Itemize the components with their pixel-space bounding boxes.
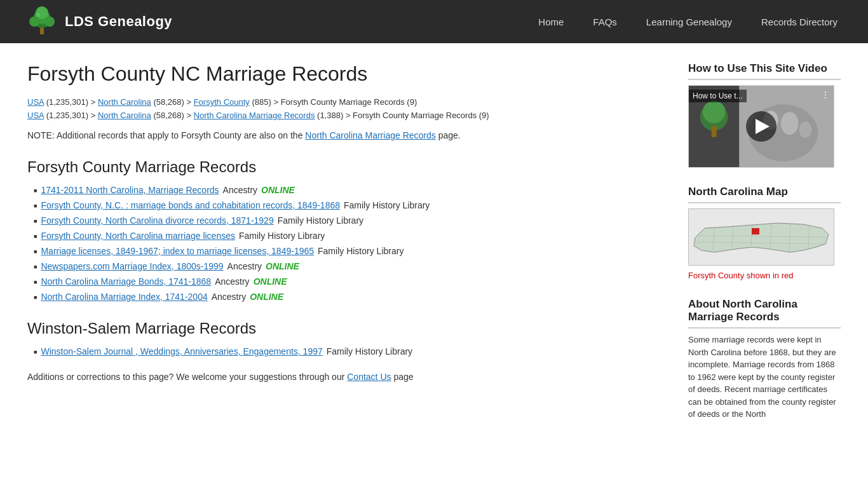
list-item: North Carolina Marriage Index, 1741-2004… <box>34 292 663 302</box>
list-item: Marriage licenses, 1849-1967; index to m… <box>34 246 663 256</box>
record-link[interactable]: Winston-Salem Journal , Weddings, Annive… <box>41 346 322 356</box>
breadcrumb-forsyth-count-1: (885) <box>252 97 271 107</box>
video-section: How to Use This Site Video <box>688 62 841 168</box>
about-text: Some marriage records were kept in North… <box>688 334 841 421</box>
record-provider: Ancestry <box>223 185 257 195</box>
map-caption-red: red <box>782 271 794 280</box>
record-provider: Family History Library <box>239 231 325 241</box>
record-provider: Family History Library <box>344 200 430 210</box>
record-provider: Family History Library <box>327 346 412 356</box>
online-badge: ONLINE <box>250 292 283 302</box>
main-layout: Forsyth County NC Marriage Records USA (… <box>15 43 853 458</box>
record-provider: Family History Library <box>318 246 403 256</box>
breadcrumb-usa-2[interactable]: USA <box>27 111 44 120</box>
breadcrumb-nc-count-1: (58,268) <box>153 97 184 107</box>
sidebar: How to Use This Site Video <box>688 62 841 438</box>
nav-home[interactable]: Home <box>533 14 569 30</box>
breadcrumb-end-2: > Forsyth County Marriage Records (9) <box>346 111 489 120</box>
breadcrumb-nc-count-2: (58,268) <box>153 111 184 120</box>
breadcrumb-nc-2[interactable]: North Carolina <box>98 111 151 120</box>
svg-point-11 <box>703 100 726 123</box>
record-link[interactable]: 1741-2011 North Carolina, Marriage Recor… <box>41 185 219 195</box>
records-list-1: 1741-2011 North Carolina, Marriage Recor… <box>27 185 663 302</box>
svg-point-5 <box>44 17 55 27</box>
page-title: Forsyth County NC Marriage Records <box>27 62 663 86</box>
list-item: Forsyth County, N.C. : marriage bonds an… <box>34 200 663 210</box>
contact-us-link[interactable]: Contact Us <box>347 372 391 382</box>
logo-area[interactable]: LDS Genealogy <box>25 5 172 38</box>
record-link[interactable]: Newspapers.com Marriage Index, 1800s-199… <box>41 261 223 271</box>
breadcrumb-usa-1[interactable]: USA <box>27 97 44 107</box>
breadcrumb-end-1: > Forsyth County Marriage Records (9) <box>273 97 417 107</box>
footer-text-after: page <box>393 372 413 382</box>
svg-rect-12 <box>712 126 717 137</box>
svg-point-7 <box>36 13 40 17</box>
section1-heading: Forsyth County Marriage Records <box>27 158 663 176</box>
video-thumbnail[interactable]: How to Use t... ⋮ <box>688 85 834 168</box>
breadcrumb-usa-count-1: (1,235,301) <box>46 97 89 107</box>
breadcrumb-nc-marriage[interactable]: North Carolina Marriage Records <box>194 111 315 120</box>
list-item: North Carolina Marriage Bonds, 1741-1868… <box>34 276 663 287</box>
record-link[interactable]: North Carolina Marriage Index, 1741-2004 <box>41 292 207 302</box>
record-link[interactable]: North Carolina Marriage Bonds, 1741-1868 <box>41 276 211 287</box>
record-provider: Ancestry <box>227 261 262 271</box>
about-section-title: About North Carolina Marriage Records <box>688 298 841 329</box>
map-section-title: North Carolina Map <box>688 186 841 203</box>
svg-point-17 <box>799 121 811 138</box>
footer-note: Additions or corrections to this page? W… <box>27 372 663 382</box>
nav-faqs[interactable]: FAQs <box>588 14 622 30</box>
record-link[interactable]: Forsyth County, North Carolina divorce r… <box>41 215 273 226</box>
svg-point-16 <box>781 112 799 135</box>
list-item: Winston-Salem Journal , Weddings, Annive… <box>34 346 663 356</box>
record-provider: Ancestry <box>212 292 246 302</box>
list-item: Forsyth County, North Carolina divorce r… <box>34 215 663 226</box>
list-item: Newspapers.com Marriage Index, 1800s-199… <box>34 261 663 271</box>
map-section: North Carolina Map <box>688 186 841 280</box>
record-link[interactable]: Forsyth County, North Carolina marriage … <box>41 231 235 241</box>
record-provider: Family History Library <box>278 215 363 226</box>
record-provider: Ancestry <box>215 276 249 287</box>
video-inner: How to Use t... ⋮ <box>689 86 834 167</box>
video-section-title: How to Use This Site Video <box>688 62 841 80</box>
footer-text-before: Additions or corrections to this page? W… <box>27 372 344 382</box>
nav-learning-genealogy[interactable]: Learning Genealogy <box>641 14 737 30</box>
video-menu-icon: ⋮ <box>821 90 830 100</box>
records-list-2: Winston-Salem Journal , Weddings, Annive… <box>27 346 663 356</box>
online-badge: ONLINE <box>266 261 299 271</box>
online-badge: ONLINE <box>261 185 295 195</box>
main-nav: Home FAQs Learning Genealogy Records Dir… <box>533 14 843 30</box>
breadcrumb-forsyth-1[interactable]: Forsyth County <box>194 97 250 107</box>
note-text-after: page. <box>438 130 461 140</box>
breadcrumb-usa-count-2: (1,235,301) <box>46 111 89 120</box>
breadcrumb-nc-1[interactable]: North Carolina <box>98 97 151 107</box>
site-header: LDS Genealogy Home FAQs Learning Genealo… <box>0 0 868 43</box>
online-badge: ONLINE <box>254 276 287 287</box>
nav-records-directory[interactable]: Records Directory <box>756 14 843 30</box>
map-caption-text: Forsyth County shown in <box>688 271 779 280</box>
list-item: Forsyth County, North Carolina marriage … <box>34 231 663 241</box>
breadcrumb-nc-marriage-count: (1,388) <box>317 111 343 120</box>
svg-rect-28 <box>752 228 759 234</box>
nc-map <box>688 208 834 266</box>
site-logo-text: LDS Genealogy <box>65 13 172 30</box>
logo-tree-icon <box>25 5 58 38</box>
map-caption: Forsyth County shown in red <box>688 271 841 280</box>
breadcrumb-2: USA (1,235,301) > North Carolina (58,268… <box>27 111 663 120</box>
note-paragraph: NOTE: Additional records that apply to F… <box>27 130 663 140</box>
record-link[interactable]: Forsyth County, N.C. : marriage bonds an… <box>41 200 340 210</box>
about-section: About North Carolina Marriage Records So… <box>688 298 841 421</box>
breadcrumb-1: USA (1,235,301) > North Carolina (58,268… <box>27 97 663 107</box>
video-play-button[interactable] <box>746 111 776 142</box>
video-title-overlay: How to Use t... <box>689 90 747 102</box>
note-text-before: NOTE: Additional records that apply to F… <box>27 130 302 140</box>
svg-point-6 <box>36 6 48 19</box>
record-link[interactable]: Marriage licenses, 1849-1967; index to m… <box>41 246 314 256</box>
main-content: Forsyth County NC Marriage Records USA (… <box>27 62 663 438</box>
section2-heading: Winston-Salem Marriage Records <box>27 320 663 337</box>
svg-point-4 <box>29 17 39 27</box>
note-link[interactable]: North Carolina Marriage Records <box>305 130 435 140</box>
list-item: 1741-2011 North Carolina, Marriage Recor… <box>34 185 663 195</box>
